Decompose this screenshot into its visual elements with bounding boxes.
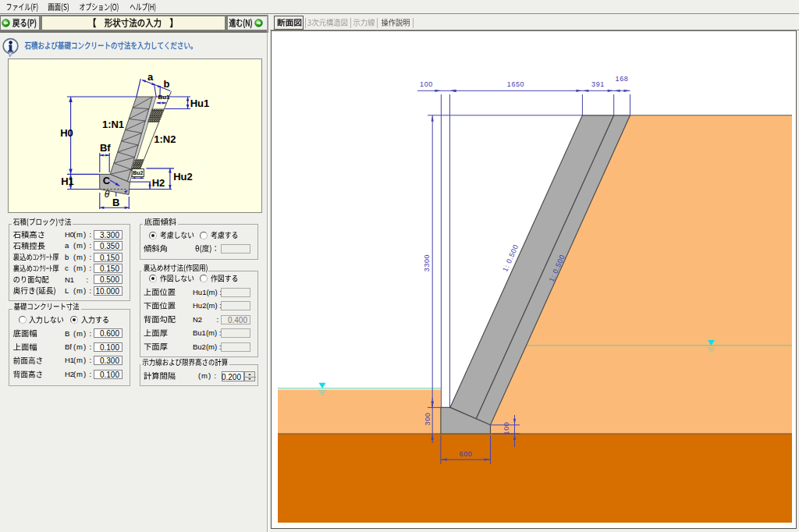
svg-text:b: b — [164, 78, 170, 90]
svg-text:Bf: Bf — [100, 142, 111, 154]
svg-text:H2: H2 — [152, 177, 165, 189]
svg-text:3300: 3300 — [423, 254, 431, 271]
svg-text:100: 100 — [502, 422, 510, 435]
svg-text:1:N2: 1:N2 — [154, 133, 176, 145]
svg-text:600: 600 — [460, 450, 473, 458]
svg-text:C: C — [103, 175, 111, 186]
svg-text:H1: H1 — [61, 176, 74, 187]
svg-text:B: B — [112, 197, 119, 208]
svg-text:Hu1: Hu1 — [190, 98, 210, 109]
svg-text:Hu2: Hu2 — [173, 171, 193, 183]
svg-text:H0: H0 — [60, 127, 73, 139]
svg-text:Bu2: Bu2 — [133, 170, 143, 176]
svg-text:391: 391 — [591, 80, 605, 88]
svg-text:168: 168 — [616, 75, 629, 83]
svg-text:100: 100 — [420, 80, 433, 88]
svg-text:θ: θ — [105, 189, 110, 200]
svg-text:1:N1: 1:N1 — [102, 119, 124, 130]
svg-text:Bu1: Bu1 — [158, 94, 170, 101]
svg-text:a: a — [147, 71, 154, 83]
svg-text:300: 300 — [424, 413, 431, 426]
svg-text:1650: 1650 — [507, 80, 524, 88]
